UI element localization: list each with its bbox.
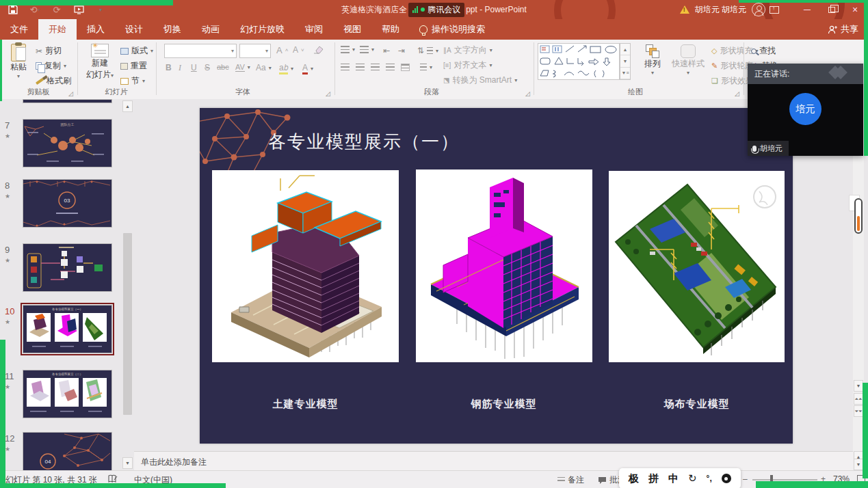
distribute-button[interactable] [401,64,410,71]
new-slide-button[interactable]: 新建 幻灯片▾ [83,44,116,81]
tab-9[interactable]: 帮助 [371,19,410,40]
caption-civil[interactable]: 土建专业模型 [212,398,399,411]
caption-rebar[interactable]: 钢筋专业模型 [410,398,597,411]
section-button[interactable]: 节▾ [120,75,145,87]
convert-smartart-button[interactable]: ⬔转换为 SmartArt▾ [443,74,517,86]
thumbnail-preview[interactable]: 各专业模型展示（二） [23,370,112,418]
rebar-model-image[interactable] [416,170,592,362]
thumbnail-scrollbar-thumb[interactable] [123,233,132,415]
bold-button[interactable]: B [166,63,172,72]
shapes-gallery-scroll[interactable]: ▲▼▼≡ [620,43,631,80]
tab-1[interactable]: 开始 [38,19,77,40]
thumbnail-preview[interactable]: 03 [23,179,112,228]
restore-button[interactable] [820,0,843,19]
align-text-button[interactable]: [≡]对齐文本▾ [443,59,492,71]
notes-pane[interactable]: 单击此处添加备注 [134,451,868,470]
meeting-overlay-panel[interactable]: 正在讲话: 培元 胡培元 [748,64,863,156]
grow-font-button[interactable]: A˄ [276,45,288,55]
find-button[interactable]: 查找 [751,45,776,57]
thumbnail-preview[interactable]: 各专业模型展示（一） [23,305,112,353]
thumbnail-slide-7[interactable]: 7★团队分工 [0,119,134,174]
slide-title[interactable]: 各专业模型展示（一） [268,130,460,154]
thumbnail-slide-10[interactable]: 10★各专业模型展示（一） [0,305,134,360]
cut-button[interactable]: ✂剪切 [36,45,62,57]
strikethrough-button[interactable]: S [205,63,210,72]
zoom-slider[interactable] [752,479,817,480]
increase-indent-button[interactable]: ⇥ [398,46,405,55]
underline-button[interactable]: U [191,63,197,72]
columns-button[interactable]: ▾ [420,64,432,71]
gallery-up-icon[interactable]: ▲ [620,44,630,55]
clipboard-dialog-launcher[interactable]: ◿ [68,90,73,97]
numbering-button[interactable]: ▾ [360,46,374,53]
align-left-button[interactable] [341,64,350,71]
caption-site[interactable]: 场布专业模型 [603,398,790,411]
bullets-button[interactable]: ▾ [341,46,355,53]
font-name-select[interactable]: ▾ [164,44,237,58]
ime-undo-icon[interactable]: ↻ [688,472,697,485]
text-direction-button[interactable]: ∥A文字方向▾ [443,44,492,56]
font-size-select[interactable]: ▾ [239,44,271,58]
gallery-down-icon[interactable]: ▼ [620,55,630,67]
reset-button[interactable]: 重置 [120,60,147,72]
justify-button[interactable] [386,64,395,71]
notes-scroll-down-icon[interactable]: ▼ [854,459,863,470]
scroll-up-icon[interactable]: ▲ [122,100,133,112]
gallery-more-icon[interactable]: ▼≡ [620,68,630,79]
zoom-out-button[interactable]: – [743,474,748,484]
tab-3[interactable]: 设计 [115,19,153,40]
site-model-image[interactable] [609,171,785,362]
meeting-video-tile[interactable]: 培元 胡培元 [748,84,863,156]
align-right-button[interactable] [371,64,380,71]
quick-styles-button[interactable]: 快速样式▾ [670,44,706,76]
character-spacing-button[interactable]: AV▾ [235,63,250,72]
align-center-button[interactable] [356,64,365,71]
ime-mode-2[interactable]: 中 [668,472,679,485]
font-color-button[interactable]: A▾ [302,63,313,74]
notes-toggle[interactable]: 备注 [557,474,584,486]
previous-slide-button[interactable]: ⏶⏶ [854,393,863,405]
thumbnail-preview[interactable] [23,243,112,292]
thumbnail-slide-11[interactable]: 11★各专业模型展示（二） [0,370,134,424]
account-name[interactable]: 胡培元 胡培元 [695,4,746,16]
share-button[interactable]: 共享 [828,19,858,40]
shapes-gallery[interactable] [538,43,620,80]
scroll-down-icon[interactable]: ▼ [854,380,863,392]
ime-settings-icon[interactable] [722,474,731,483]
ime-punctuation-icon[interactable]: °, [707,474,712,483]
italic-button[interactable]: I [179,63,181,73]
line-spacing-button[interactable]: ⇅▾ [417,46,438,55]
tab-8[interactable]: 视图 [333,19,371,40]
ime-toolbar[interactable]: 极拼中 ↻ °, [619,468,741,488]
thumbnail-slide-8[interactable]: 8★03 [0,179,134,234]
format-painter-button[interactable]: 格式刷 [36,75,71,87]
ribbon-display-options-button[interactable] [763,0,786,19]
paragraph-dialog-launcher[interactable]: ◿ [525,90,530,97]
next-slide-button[interactable]: ⏷⏷ [854,405,863,417]
tab-2[interactable]: 插入 [77,19,115,40]
highlight-color-button[interactable]: a𝘣▾ [279,63,293,74]
slide-canvas[interactable]: 各专业模型展示（一） [200,108,793,444]
thumbnail-preview[interactable]: 团队分工 [23,119,112,167]
tab-5[interactable]: 动画 [192,19,230,40]
notes-placeholder[interactable]: 单击此处添加备注 [141,457,207,468]
tab-0[interactable]: 文件 [0,19,38,40]
tab-4[interactable]: 切换 [153,19,192,40]
thumbnail-partial-slide6[interactable] [23,99,112,103]
tab-7[interactable]: 审阅 [295,19,333,40]
shrink-font-button[interactable]: A˅ [293,45,304,55]
paste-button[interactable]: 粘贴 ▾ [5,44,31,79]
clear-formatting-button[interactable] [313,45,324,54]
arrange-button[interactable]: 排列▾ [639,44,666,76]
change-case-button[interactable]: Aa▾ [256,63,272,72]
minimize-button[interactable]: ─ [795,0,819,19]
ime-mode-0[interactable]: 极 [629,472,639,485]
scroll-down-icon[interactable]: ▼ [122,457,133,469]
tab-6[interactable]: 幻灯片放映 [230,19,295,40]
warning-icon[interactable] [680,5,689,14]
layout-button[interactable]: 版式▾ [120,45,153,57]
drawing-dialog-launcher[interactable]: ◿ [735,90,739,97]
subscript-abc-button[interactable]: abc [217,63,229,71]
decrease-indent-button[interactable]: ⇤ [383,46,390,55]
thumbnail-scrollbar[interactable]: ▲ ▼ [122,99,133,470]
